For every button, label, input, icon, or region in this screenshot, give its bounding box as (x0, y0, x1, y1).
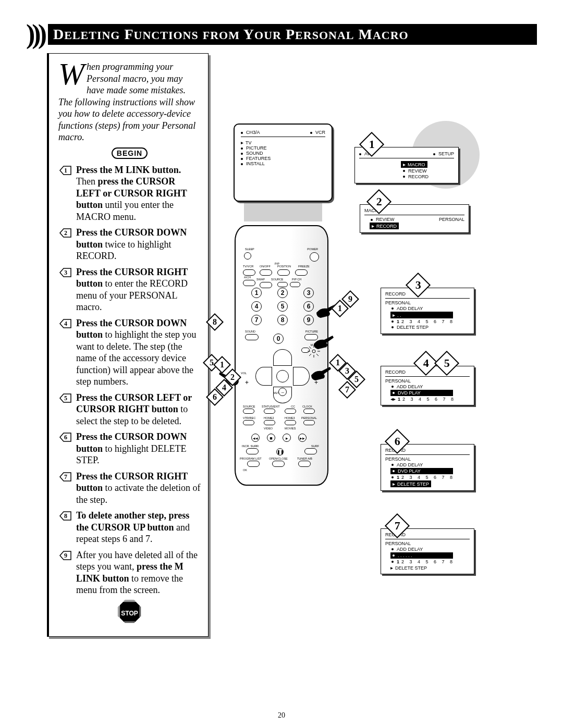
step-3: 3 Press the CURSOR RIGHT button to enter… (58, 266, 201, 313)
svg-line-25 (309, 354, 311, 356)
instruction-panel: When programming your Personal macro, yo… (47, 53, 209, 637)
step-1: 1 Press the M LINK button. Then press th… (58, 164, 201, 223)
stop-badge: STOP (118, 600, 141, 623)
step-5: 5 Press the CURSOR LEFT or CURSOR RIGHT … (58, 392, 201, 427)
page-title: DELETING FUNCTIONS FROM YOUR PERSONAL MA… (48, 24, 537, 45)
step-6: 6 Press the CURSOR DOWN button to highli… (58, 431, 201, 466)
svg-line-24 (316, 354, 319, 356)
begin-badge: BEGIN (112, 147, 148, 159)
svg-text:9: 9 (64, 552, 67, 559)
svg-text:5: 5 (64, 394, 67, 402)
intro-paragraph: When programming your Personal macro, yo… (58, 61, 201, 143)
hand-icon (313, 335, 334, 350)
hand-icon (310, 366, 331, 381)
svg-text:4: 4 (64, 320, 67, 327)
step-2: 2 Press the CURSOR DOWN button twice to … (58, 227, 201, 262)
svg-text:3: 3 (64, 269, 67, 276)
tv-frame-icon: CH3/A VCR ▸TV PICTURE SOUND FEATURES INS… (234, 124, 333, 202)
step-4: 4 Press the CURSOR DOWN button to highli… (58, 317, 201, 388)
svg-text:8: 8 (64, 512, 67, 520)
svg-text:1: 1 (64, 167, 67, 174)
illustration-area: CH3/A VCR ▸TV PICTURE SOUND FEATURES INS… (219, 53, 537, 637)
osd-panel-3: RECORD PERSONAL ADD DELAY ▸. . 12 3 4 5 … (381, 288, 474, 334)
svg-line-23 (309, 347, 311, 349)
step-8: 8 To delete another step, press the CURS… (58, 510, 201, 545)
logo-icon: ))) (26, 21, 44, 48)
callout-8-small: 8 (206, 313, 224, 331)
svg-text:7: 7 (64, 473, 67, 480)
step-7: 7 Press the CURSOR RIGHT button to activ… (58, 471, 201, 506)
svg-text:2: 2 (64, 229, 67, 237)
page-number: 20 (0, 711, 563, 720)
step-9: 9 After you have deleted all of the step… (58, 549, 201, 596)
remote-numpad: 123 456 789 (251, 288, 314, 328)
svg-text:6: 6 (64, 434, 67, 441)
